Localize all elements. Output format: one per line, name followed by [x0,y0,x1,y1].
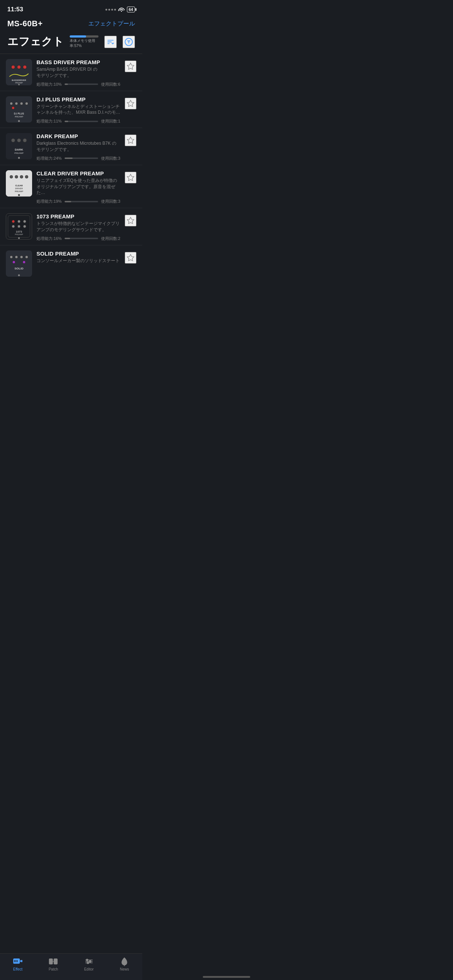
cpu-label: 処理能力:19% [37,199,62,204]
svg-point-24 [17,138,21,142]
svg-text:D.I PLUS: D.I PLUS [14,112,24,115]
svg-marker-11 [127,63,134,69]
wifi-icon [118,6,125,13]
use-count: 使用回数:3 [101,199,120,204]
favorite-button[interactable] [125,98,136,110]
section-header: エフェクト 本体メモリ使用率:57% [0,33,142,54]
effect-thumbnail: BASSDRIVER PREAMP [6,59,32,85]
favorite-button[interactable] [125,172,136,183]
cpu-bar-fill [65,121,68,122]
svg-point-60 [18,274,20,276]
section-title: エフェクト [7,34,64,49]
svg-point-33 [20,175,23,178]
svg-point-58 [22,261,26,264]
svg-point-47 [23,225,26,228]
svg-rect-52 [6,250,32,277]
effect-content: 1073 PREAMP トランスが特徴的なビンテージマイクプリアンプのモデリング… [37,213,120,241]
svg-point-32 [15,175,18,178]
app-title: MS-60B+ [7,19,43,29]
effect-desc: Darkglass Electronics Microtubes B7K のモデ… [37,140,120,153]
effect-thumbnail: CLEAR DRIVER PREAMP [6,170,32,197]
svg-point-28 [18,157,20,159]
cpu-bar-fill [65,83,68,85]
svg-point-17 [12,107,14,110]
svg-point-31 [10,175,13,178]
svg-marker-39 [127,174,134,180]
list-item[interactable]: DARK PREAMP DARK PREAMP Darkglass Electr… [0,128,142,165]
effect-desc: トランスが特徴的なビンテージマイクプリアンプのモデリングサウンドです。 [37,221,120,233]
effect-stats: 処理能力:24% 使用回数:3 [37,156,120,161]
memory-bar-track [70,35,99,38]
list-item[interactable]: CLEAR DRIVER PREAMP CLEAR DRIVER PREAMP … [0,165,142,208]
svg-point-43 [18,220,21,223]
svg-point-20 [18,120,20,122]
cpu-label: 処理能力:16% [37,236,62,241]
effect-name: SOLID PREAMP [37,250,120,257]
svg-point-34 [25,175,28,178]
svg-text:PREAMP: PREAMP [14,190,23,192]
svg-marker-21 [127,100,134,106]
svg-point-25 [23,138,27,142]
sort-button[interactable] [104,36,117,48]
svg-point-10 [18,84,20,85]
status-bar: 11:53 64 [0,0,142,16]
svg-marker-29 [127,137,134,143]
list-item[interactable]: BASSDRIVER PREAMP BASS DRIVER PREAMP San… [0,54,142,91]
svg-point-53 [10,256,13,258]
svg-point-16 [25,102,28,105]
memory-bar-container: 本体メモリ使用率:57% [70,35,99,48]
svg-text:SOLID: SOLID [14,267,24,270]
svg-point-54 [15,256,18,258]
effect-desc: クリーンチャンネルとディストーションチャンネルを持った、MXR Bass D.I… [37,103,120,116]
cpu-label: 処理能力:11% [37,118,62,124]
effect-name: D.I PLUS PREAMP [37,96,120,102]
svg-text:DRIVER: DRIVER [15,188,23,189]
svg-marker-51 [127,217,134,223]
effect-content: BASS DRIVER PREAMP SansAmp BASS DRIVER D… [37,59,120,87]
effect-thumbnail: D.I PLUS PREAMP [6,96,32,123]
cpu-bar-track [65,201,98,202]
svg-text:PREAMP: PREAMP [14,152,23,154]
battery-icon: 64 [127,6,135,13]
list-item[interactable]: 1073 PREAMP 1073 PREAMP トランスが特徴的なビンテージマイ… [0,208,142,245]
list-item[interactable]: D.I PLUS PREAMP D.I PLUS PREAMP クリーンチャンネ… [0,91,142,128]
svg-point-57 [13,261,15,264]
effect-content: CLEAR DRIVER PREAMP リニアフェイズEQを使った歪みが特徴のオ… [37,170,120,204]
effect-thumbnail: DARK PREAMP [6,133,32,159]
memory-bar-fill [70,35,86,38]
svg-point-5 [11,65,15,69]
svg-rect-30 [6,170,32,197]
favorite-button[interactable] [125,135,136,146]
status-time: 11:53 [7,6,23,13]
svg-rect-22 [6,133,32,159]
svg-text:CLEAR: CLEAR [15,185,23,187]
favorite-button[interactable] [125,252,136,264]
cpu-bar-track [65,83,98,85]
use-count: 使用回数:2 [101,236,120,241]
effect-name: CLEAR DRIVER PREAMP [37,170,120,177]
use-count: 使用回数:3 [101,156,120,161]
signal-dots-icon [105,9,116,11]
effect-desc: SansAmp BASS DRIVER DI のモデリングです。 [37,66,120,79]
svg-text:BASSDRIVER: BASSDRIVER [12,79,26,81]
effect-name: 1073 PREAMP [37,213,120,220]
svg-point-50 [18,237,20,239]
status-icons: 64 [105,6,135,13]
filter-button[interactable] [123,36,135,48]
use-count: 使用回数:1 [101,118,120,124]
effect-stats: 処理能力:19% 使用回数:3 [37,199,120,204]
memory-label: 本体メモリ使用率:57% [70,38,99,48]
svg-text:PREAMP: PREAMP [14,116,23,118]
effect-stats: 処理能力:10% 使用回数:6 [37,82,120,87]
cpu-bar-fill [65,238,70,239]
favorite-button[interactable] [125,215,136,226]
favorite-button[interactable] [125,60,136,72]
svg-point-38 [18,194,20,196]
svg-point-55 [20,256,23,258]
svg-point-13 [10,102,13,105]
cpu-label: 処理能力:10% [37,82,62,87]
cpu-bar-fill [65,201,71,202]
effect-pool-link[interactable]: エフェクトプール [88,20,135,28]
list-item[interactable]: SOLID SOLID PREAMP コンソールメーカー製のソリッドステート [0,245,142,280]
svg-text:PREAMP: PREAMP [15,233,23,235]
